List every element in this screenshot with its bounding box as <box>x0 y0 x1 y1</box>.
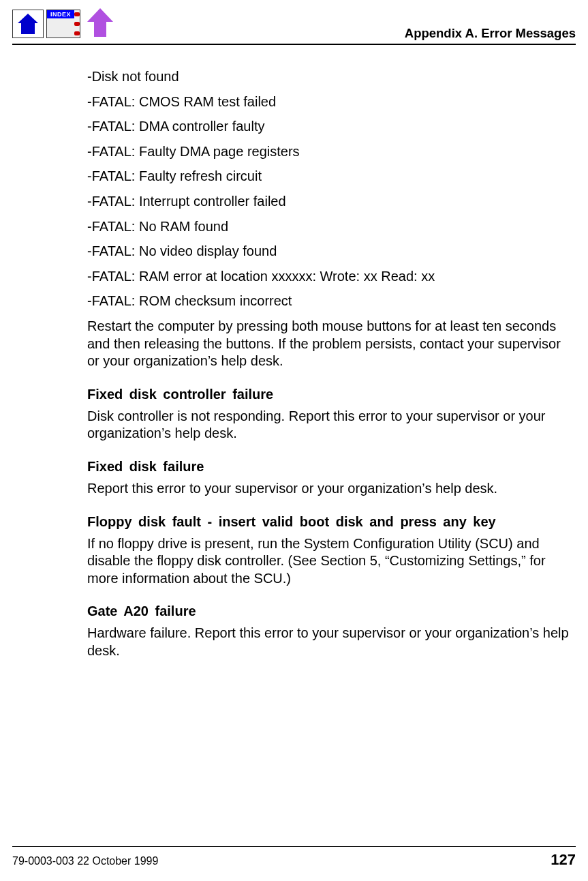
error-item: -FATAL: ROM checksum incorrect <box>87 293 574 310</box>
svg-marker-0 <box>18 14 38 34</box>
error-item: -FATAL: DMA controller faulty <box>87 118 574 136</box>
error-item: -FATAL: Faulty DMA page registers <box>87 143 574 161</box>
page: INDEX Appendix A. Error Messages -Disk n… <box>0 0 588 881</box>
error-item: -FATAL: CMOS RAM test failed <box>87 93 574 111</box>
section-body: If no floppy drive is present, run the S… <box>87 535 574 588</box>
error-item: -FATAL: Faulty refresh circuit <box>87 168 574 185</box>
section-body: Hardware failure. Report this error to y… <box>87 625 574 659</box>
error-item: -FATAL: No video display found <box>87 243 574 260</box>
svg-marker-1 <box>87 8 113 37</box>
page-number: 127 <box>551 851 576 869</box>
index-icon[interactable]: INDEX <box>46 10 80 38</box>
section-heading: Fixed disk controller failure <box>87 387 574 402</box>
footer-rule <box>12 846 576 847</box>
footer: 79-0003-003 22 October 1999 127 <box>12 846 576 869</box>
header-rule <box>12 44 576 45</box>
content: -Disk not found -FATAL: CMOS RAM test fa… <box>87 68 574 659</box>
section-heading: Fixed disk failure <box>87 459 574 475</box>
index-label: INDEX <box>47 10 74 18</box>
home-icon[interactable] <box>12 10 44 38</box>
error-item: -FATAL: No RAM found <box>87 218 574 236</box>
restart-note: Restart the computer by pressing both mo… <box>87 318 574 370</box>
section-body: Disk controller is not responding. Repor… <box>87 408 574 443</box>
error-item: -FATAL: Interrupt controller failed <box>87 193 574 211</box>
section-heading: Floppy disk fault - insert valid boot di… <box>87 514 574 530</box>
section-body: Report this error to your supervisor or … <box>87 480 574 498</box>
page-up-icon[interactable] <box>83 5 117 38</box>
error-item: -Disk not found <box>87 68 574 86</box>
section-heading: Gate A20 failure <box>87 603 574 619</box>
error-item: -FATAL: RAM error at location xxxxxx: Wr… <box>87 268 574 286</box>
doc-id: 79-0003-003 22 October 1999 <box>12 855 158 867</box>
